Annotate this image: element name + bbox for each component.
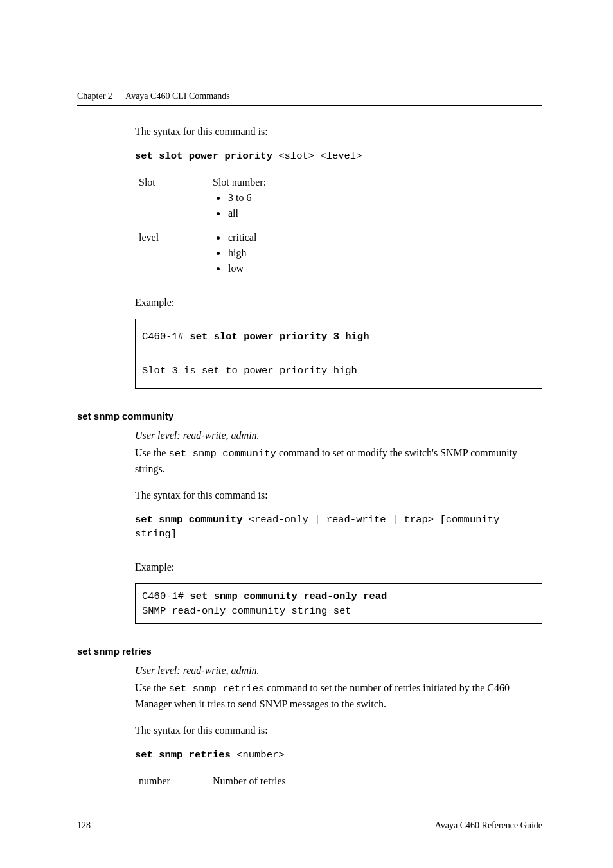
syntax-command: set snmp community <read-only | read-wri… [135, 513, 542, 542]
code-output: SNMP read-only community string set [142, 605, 351, 617]
list-item: all [227, 206, 266, 221]
code-cmd: set slot power priority 3 high [190, 331, 369, 342]
param-val-level: critical high low [213, 230, 266, 285]
description: Use the set snmp retries command to set … [135, 680, 542, 711]
inline-code: set snmp community [168, 448, 276, 459]
section-heading: set snmp retries [77, 646, 542, 657]
list-item: low [227, 261, 266, 276]
example-label: Example: [135, 297, 542, 308]
cmd-bold: set snmp community [135, 514, 242, 526]
table-row: number Number of retries [135, 774, 286, 798]
code-prompt: C460-1# [142, 331, 190, 342]
example-label: Example: [135, 562, 542, 573]
param-val-slot: Slot number: 3 to 6 all [213, 175, 266, 230]
code-output: Slot 3 is set to power priority high [142, 365, 357, 376]
user-level: User level: read-write, admin. [135, 663, 542, 678]
syntax-command: set snmp retries <number> [135, 748, 542, 762]
user-level: User level: read-write, admin. [135, 428, 542, 443]
slot-intro: Slot number: [213, 177, 266, 188]
cmd-bold: set snmp retries [135, 749, 231, 761]
list-item: high [227, 245, 266, 261]
cmd-args: <number> [231, 749, 285, 761]
code-box: C460-1# set snmp community read-only rea… [135, 583, 542, 624]
inline-code: set snmp retries [168, 683, 264, 695]
param-key-slot: Slot [135, 175, 213, 230]
doc-title: Avaya C460 Reference Guide [435, 820, 542, 831]
code-prompt: C460-1# [142, 590, 190, 602]
param-table: number Number of retries [135, 774, 286, 798]
syntax-intro: The syntax for this command is: [135, 488, 542, 502]
table-row: Slot Slot number: 3 to 6 all [135, 175, 266, 230]
cmd-args: <slot> <level> [272, 150, 362, 162]
page-footer: 128 Avaya C460 Reference Guide [77, 820, 542, 831]
page-header: Chapter 2 Avaya C460 CLI Commands [77, 91, 542, 102]
header-rule [77, 105, 542, 106]
param-table: Slot Slot number: 3 to 6 all level criti… [135, 175, 266, 285]
code-cmd: set snmp community read-only read [190, 590, 387, 602]
param-key-number: number [135, 774, 213, 798]
param-key-level: level [135, 230, 213, 285]
table-row: level critical high low [135, 230, 266, 285]
page-number: 128 [77, 820, 91, 831]
chapter-title: Avaya C460 CLI Commands [125, 91, 230, 101]
code-box: C460-1# set slot power priority 3 high S… [135, 319, 542, 389]
list-item: critical [227, 230, 266, 245]
chapter-label: Chapter 2 [77, 91, 112, 101]
level-list: critical high low [213, 230, 266, 276]
cmd-bold: set slot power priority [135, 150, 272, 162]
section-heading: set snmp community [77, 411, 542, 421]
description: Use the set snmp community command to se… [135, 445, 542, 476]
param-val-number: Number of retries [213, 774, 286, 798]
list-item: 3 to 6 [227, 190, 266, 206]
syntax-command: set slot power priority <slot> <level> [135, 149, 542, 163]
slot-list: 3 to 6 all [213, 190, 266, 221]
syntax-intro: The syntax for this command is: [135, 723, 542, 738]
syntax-intro: The syntax for this command is: [135, 124, 542, 139]
